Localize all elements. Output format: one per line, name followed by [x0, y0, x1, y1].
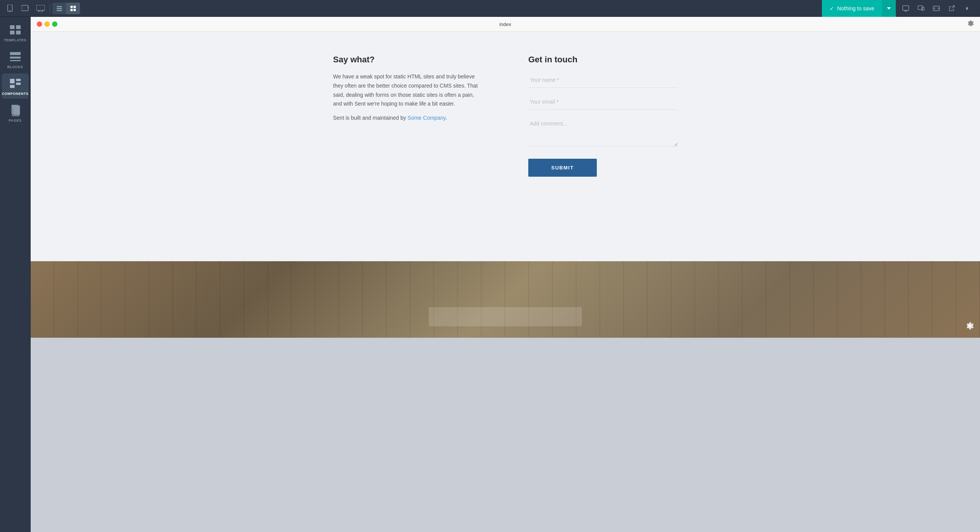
svg-rect-9	[57, 8, 62, 9]
svg-rect-3	[27, 7, 28, 8]
toolbar-divider-1	[50, 4, 50, 13]
svg-rect-27	[10, 57, 21, 59]
save-dropdown-btn[interactable]	[882, 0, 896, 17]
get-in-touch-title: Get in touch	[528, 55, 678, 65]
name-input[interactable]	[528, 72, 678, 88]
traffic-light-red[interactable]	[37, 21, 42, 27]
comment-textarea[interactable]	[528, 116, 678, 146]
templates-icon	[8, 24, 22, 36]
preview-frame: index Say what? We have a weak spot for …	[31, 17, 980, 261]
more-options-btn[interactable]	[960, 2, 974, 15]
sidebar: TEMPLATES BLOCKS COMPONEN	[0, 17, 31, 532]
mobile-device-btn[interactable]	[3, 2, 17, 15]
pages-icon	[8, 104, 22, 116]
blocks-label: BLOCKS	[7, 65, 23, 69]
sidebar-item-components[interactable]: COMPONENTS	[2, 73, 29, 99]
svg-rect-28	[10, 60, 21, 61]
svg-rect-35	[13, 106, 20, 115]
svg-rect-32	[10, 85, 15, 88]
svg-rect-15	[903, 6, 909, 10]
sidebar-item-templates[interactable]: TEMPLATES	[2, 20, 29, 45]
svg-rect-4	[36, 5, 45, 10]
page-content: Say what? We have a weak spot for static…	[31, 32, 980, 261]
content-section: Say what? We have a weak spot for static…	[333, 55, 678, 177]
settings-gear-icon[interactable]	[967, 20, 974, 28]
svg-rect-2	[21, 5, 28, 11]
save-label: Nothing to save	[837, 5, 874, 11]
submit-button[interactable]: SUBMIT	[528, 159, 597, 177]
svg-rect-13	[70, 9, 73, 11]
toolbar-right-icons	[896, 2, 977, 15]
embed-btn[interactable]	[929, 2, 943, 15]
left-column: Say what? We have a weak spot for static…	[333, 55, 482, 177]
top-toolbar: ✓ Nothing to save	[0, 0, 980, 17]
svg-rect-29	[10, 79, 15, 83]
some-company-link[interactable]: Some Company	[408, 115, 446, 121]
blocks-icon	[8, 50, 22, 63]
svg-rect-31	[16, 83, 21, 85]
nothing-to-save-btn[interactable]: ✓ Nothing to save	[822, 0, 882, 17]
wood-settings-gear-icon[interactable]	[965, 322, 974, 332]
save-check-icon: ✓	[830, 5, 834, 11]
wood-section	[31, 261, 980, 338]
preview-btn[interactable]	[899, 2, 913, 15]
pages-label: PAGES	[9, 119, 21, 122]
canvas-area: index Say what? We have a weak spot for …	[31, 17, 980, 532]
templates-label: TEMPLATES	[4, 38, 26, 42]
svg-rect-1	[9, 10, 11, 11]
email-input[interactable]	[528, 94, 678, 110]
sidebar-item-pages[interactable]: PAGES	[2, 100, 29, 125]
svg-rect-26	[10, 52, 21, 55]
traffic-lights	[37, 21, 57, 27]
svg-rect-10	[57, 10, 62, 11]
desktop-device-btn[interactable]	[34, 2, 47, 15]
svg-rect-23	[16, 25, 21, 29]
components-icon	[8, 77, 22, 89]
svg-rect-8	[57, 6, 62, 7]
tablet-device-btn[interactable]	[18, 2, 32, 15]
browser-chrome: index	[31, 17, 980, 32]
wood-input-bar	[429, 307, 582, 326]
traffic-light-yellow[interactable]	[44, 21, 50, 27]
svg-rect-14	[74, 9, 76, 11]
wood-texture-overlay	[31, 261, 980, 338]
sidebar-item-blocks[interactable]: BLOCKS	[2, 47, 29, 72]
say-what-title: Say what?	[333, 55, 482, 65]
svg-rect-24	[10, 31, 15, 34]
svg-rect-19	[922, 7, 924, 10]
svg-rect-12	[74, 6, 76, 8]
svg-rect-25	[16, 31, 21, 34]
view-toggle	[52, 3, 80, 14]
svg-line-21	[952, 6, 954, 8]
section-body-text: We have a weak spot for static HTML site…	[333, 72, 482, 109]
grid-view-btn[interactable]	[66, 3, 80, 14]
svg-rect-30	[16, 79, 21, 81]
svg-rect-22	[10, 25, 15, 29]
main-layout: TEMPLATES BLOCKS COMPONEN	[0, 17, 980, 532]
device-icons	[3, 2, 47, 15]
browser-url: index	[499, 21, 511, 27]
external-link-btn[interactable]	[945, 2, 959, 15]
svg-rect-11	[70, 6, 73, 8]
responsive-btn[interactable]	[914, 2, 928, 15]
footer-text: Sent is built and maintained by Some Com…	[333, 115, 482, 121]
traffic-light-green[interactable]	[52, 21, 57, 27]
list-view-btn[interactable]	[52, 3, 66, 14]
components-label: COMPONENTS	[2, 92, 29, 96]
right-column: Get in touch SUBMIT	[528, 55, 678, 177]
